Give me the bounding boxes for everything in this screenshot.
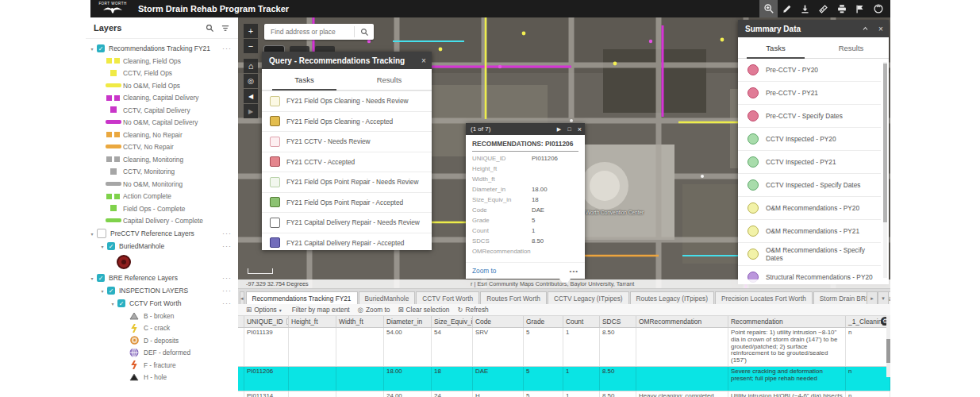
zoom-to-button[interactable]: ◎Zoom to bbox=[358, 306, 390, 314]
layer-more-icon[interactable]: ··· bbox=[222, 299, 232, 307]
caret-icon[interactable]: ▾ bbox=[89, 276, 95, 281]
add-data-tool[interactable] bbox=[796, 0, 814, 17]
layer-search-icon[interactable] bbox=[202, 24, 217, 33]
layer-more-icon[interactable]: ··· bbox=[222, 229, 232, 237]
table-tab[interactable]: CCTV Fort Worth bbox=[416, 291, 479, 304]
caret-icon[interactable]: ▾ bbox=[110, 301, 116, 306]
edit-tool[interactable] bbox=[778, 0, 796, 17]
column-header[interactable]: Code bbox=[473, 316, 524, 327]
summary-tab-results[interactable]: Results bbox=[813, 37, 889, 58]
caret-icon[interactable]: ▾ bbox=[99, 288, 106, 294]
column-header[interactable]: OMRecommendation bbox=[636, 316, 728, 327]
column-header[interactable]: Diameter_in bbox=[384, 316, 432, 327]
summary-tab-tasks[interactable]: Tasks bbox=[738, 37, 813, 58]
locate-button[interactable]: ◎ bbox=[244, 74, 258, 88]
next-extent-button[interactable]: ▶ bbox=[244, 104, 258, 118]
tabs-scroll-left-icon[interactable]: ◂ bbox=[240, 291, 244, 304]
query-task-item[interactable]: FY21 Capital Delivery Repair - Accepted bbox=[262, 233, 432, 253]
table-row[interactable]: PI01113954.0054SRV518.50Point repairs: 1… bbox=[238, 328, 890, 367]
table-row[interactable]: PI01120618.0018DAE518.50Severe cracking … bbox=[238, 367, 890, 391]
summary-task-item[interactable]: CCTV Inspected - PY21 bbox=[738, 151, 881, 174]
pan-tool[interactable] bbox=[869, 0, 887, 17]
summary-task-item[interactable]: Pre-CCTV - Specify Dates bbox=[738, 105, 881, 128]
column-header[interactable]: Size_Equiv_in bbox=[432, 316, 473, 327]
zoom-in-button[interactable]: + bbox=[244, 24, 258, 38]
layer-row[interactable]: ▾✓BuriedManhole··· bbox=[86, 240, 238, 252]
layer-checkbox[interactable]: ✓ bbox=[97, 44, 105, 52]
refresh-button[interactable]: ↻Refresh bbox=[457, 306, 488, 314]
table-row[interactable]: PI01131424.0024H518.50Heavy cleaning; co… bbox=[238, 391, 890, 397]
layer-more-icon[interactable]: ··· bbox=[222, 44, 232, 52]
filter-by-extent-button[interactable]: Filter by map extent bbox=[292, 306, 350, 314]
layer-more-icon[interactable]: ··· bbox=[222, 242, 232, 250]
layer-more-icon[interactable]: ··· bbox=[222, 274, 232, 282]
query-task-item[interactable]: FY21 Field Ops Point Repair - Accepted bbox=[262, 192, 432, 213]
summary-task-item[interactable]: O&M Recommendations - PY21 bbox=[738, 220, 881, 243]
query-task-item[interactable]: FY21 CCTV - Needs Review bbox=[262, 131, 432, 152]
caret-icon[interactable]: ▾ bbox=[89, 231, 95, 237]
table-tab[interactable]: Recommendations Tracking FY21 bbox=[246, 291, 358, 304]
zoom-to-link[interactable]: Zoom to bbox=[472, 267, 570, 275]
query-tab-tasks[interactable]: Tasks bbox=[262, 69, 347, 90]
table-vertical-scrollbar[interactable] bbox=[886, 315, 890, 377]
popup-maximize-icon[interactable]: □ bbox=[564, 126, 575, 132]
query-task-item[interactable]: FY21 Field Ops Point Repair - Needs Revi… bbox=[262, 172, 432, 192]
layer-more-icon[interactable]: ··· bbox=[222, 287, 232, 295]
summary-task-item[interactable]: Pre-CCTV - PY20 bbox=[738, 59, 881, 82]
table-tab[interactable]: Precision Locates Fort Worth bbox=[715, 291, 813, 304]
summary-scrollbar[interactable] bbox=[883, 62, 887, 278]
clear-selection-button[interactable]: ⊠Clear selection bbox=[398, 306, 449, 314]
table-tab[interactable]: Routes Fort Worth bbox=[480, 291, 547, 304]
layer-checkbox[interactable]: ✓ bbox=[117, 299, 125, 307]
tabs-scroll-right-icon[interactable]: ▸ bbox=[867, 291, 878, 304]
column-header[interactable]: Width_ft bbox=[336, 316, 384, 327]
query-tab-results[interactable]: Results bbox=[347, 69, 432, 90]
summary-collapse-icon[interactable] bbox=[857, 25, 873, 33]
home-button[interactable]: ⌂ bbox=[244, 59, 258, 73]
layer-row[interactable]: ▾PreCCTV Reference Layers··· bbox=[86, 227, 238, 240]
bookmark-tool[interactable] bbox=[851, 0, 869, 17]
layer-filter-icon[interactable] bbox=[217, 24, 233, 33]
zoom-out-button[interactable]: − bbox=[244, 39, 258, 53]
summary-task-item[interactable]: CCTV Inspected - PY20 bbox=[738, 128, 881, 151]
layer-row[interactable]: ▾✓CCTV Fort Worth··· bbox=[86, 297, 238, 310]
search-icon[interactable] bbox=[355, 28, 374, 37]
layer-checkbox[interactable]: ✓ bbox=[97, 274, 105, 282]
column-header[interactable]: UNIQUE_ID▲ bbox=[244, 316, 289, 327]
layer-row[interactable]: ▾✓BRE Reference Layers··· bbox=[86, 272, 238, 284]
popup-close-icon[interactable]: × bbox=[575, 125, 585, 133]
layer-row[interactable]: ▾✓Recommendations Tracking FY21··· bbox=[86, 42, 238, 55]
options-menu[interactable]: ⊞Options▾ bbox=[246, 306, 284, 314]
column-header[interactable]: SDCS bbox=[600, 316, 636, 327]
column-header[interactable]: Count bbox=[563, 316, 600, 327]
summary-task-item[interactable]: O&M Recommendations - Specify Dates bbox=[738, 243, 881, 266]
summary-task-item[interactable]: O&M Recommendations - PY20 bbox=[738, 197, 881, 220]
measure-tool[interactable] bbox=[814, 0, 832, 17]
query-close-icon[interactable]: × bbox=[416, 56, 432, 65]
table-tab[interactable]: CCTV Legacy (ITpipes) bbox=[548, 291, 629, 304]
table-tab[interactable]: Routes Legacy (ITpipes) bbox=[630, 291, 714, 304]
layer-row[interactable]: ▾✓INSPECTION LAYERS··· bbox=[86, 284, 238, 297]
caret-icon[interactable]: ▾ bbox=[89, 46, 95, 52]
print-tool[interactable] bbox=[832, 0, 851, 17]
layer-checkbox[interactable]: ✓ bbox=[107, 287, 115, 295]
query-task-item[interactable]: FY21 Capital Delivery Repair - Needs Rev… bbox=[262, 212, 432, 233]
summary-close-icon[interactable]: × bbox=[873, 25, 889, 33]
caret-icon[interactable]: ▾ bbox=[99, 244, 106, 249]
previous-extent-button[interactable]: ◀ bbox=[244, 89, 258, 103]
popup-more-icon[interactable]: ••• bbox=[570, 268, 578, 275]
popup-next-icon[interactable]: ▶ bbox=[554, 126, 564, 133]
query-task-item[interactable]: FY21 Field Ops Cleaning - Needs Review bbox=[262, 91, 432, 111]
column-header[interactable]: Recommendation bbox=[728, 316, 846, 327]
search-input[interactable] bbox=[269, 27, 354, 37]
column-header[interactable]: Height_ft bbox=[289, 316, 336, 327]
tabs-menu-icon[interactable]: ▾ bbox=[878, 291, 889, 304]
summary-task-item[interactable]: CCTV Inspected - Specify Dates bbox=[738, 174, 881, 197]
summary-task-item[interactable]: Pre-CCTV - PY21 bbox=[738, 82, 881, 105]
map-canvas[interactable]: Fort Worth Convention Center + − ⌂ ◎ ◀ ▶ bbox=[238, 17, 890, 288]
query-tool[interactable] bbox=[759, 0, 778, 17]
query-task-item[interactable]: FY21 CCTV - Accepted bbox=[262, 152, 432, 172]
layer-checkbox[interactable]: ✓ bbox=[107, 242, 115, 250]
column-header[interactable]: Grade bbox=[524, 316, 563, 327]
table-tab[interactable]: BuriedManhole bbox=[359, 291, 416, 304]
